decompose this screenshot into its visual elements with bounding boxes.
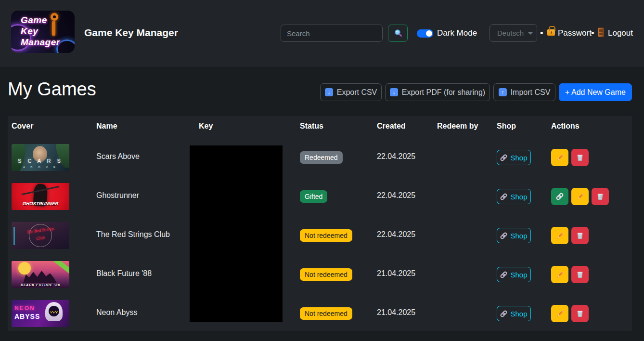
game-name: Ghostrunner — [96, 191, 139, 200]
shop-link-button[interactable]: Shop — [497, 189, 531, 204]
dark-mode-toggle[interactable] — [417, 29, 433, 38]
password-link[interactable]: Passwort — [558, 28, 592, 38]
game-name: Neon Abyss — [96, 308, 137, 317]
cover-image-black-future-88: BLACK FUTURE '88 — [12, 261, 69, 288]
upload-icon: ↑ — [499, 88, 507, 96]
delete-button[interactable] — [571, 266, 589, 283]
table-row: GHOSTRUNNER Ghostrunner Gifted 22.04.202… — [8, 177, 632, 216]
col-header-shop: Shop — [497, 122, 516, 131]
edit-button[interactable] — [551, 227, 568, 244]
add-new-game-button[interactable]: + Add New Game — [559, 83, 632, 101]
edit-button[interactable] — [571, 188, 589, 205]
trash-icon — [576, 232, 584, 239]
table-row: S C A R S A B O V E Scars Above Redeemed… — [8, 138, 632, 177]
cover-image-scars-above: S C A R S A B O V E — [12, 144, 69, 171]
col-header-key: Key — [199, 122, 213, 131]
games-table: Cover Name Key Status Created Redeem by … — [8, 116, 632, 331]
col-header-actions: Actions — [551, 122, 580, 131]
status-badge: Gifted — [300, 190, 327, 203]
game-name: Black Future '88 — [96, 269, 152, 278]
pencil-icon — [556, 310, 564, 318]
search-button[interactable] — [388, 25, 408, 42]
col-header-cover: Cover — [12, 122, 33, 131]
link-icon — [500, 193, 507, 200]
delete-button[interactable] — [571, 305, 589, 322]
created-date: 22.04.2025 — [377, 191, 415, 200]
pencil-icon — [556, 232, 564, 240]
chevron-down-icon — [528, 32, 533, 35]
logout-door-icon — [598, 27, 604, 37]
app-logo[interactable]: Game Key Manager — [11, 11, 75, 53]
search-icon — [394, 29, 402, 38]
link-icon — [500, 154, 507, 161]
col-header-created: Created — [377, 122, 406, 131]
shop-link-button[interactable]: Shop — [497, 150, 531, 165]
status-badge: Not redeemed — [300, 268, 352, 281]
edit-button[interactable] — [551, 149, 568, 166]
link-icon — [500, 310, 507, 317]
download-icon: ↓ — [325, 88, 333, 96]
game-name: Scars Above — [96, 152, 140, 161]
logout-link[interactable]: Logout — [608, 28, 633, 38]
status-badge: Not redeemed — [300, 307, 352, 320]
export-csv-button[interactable]: ↓ Export CSV — [320, 83, 382, 101]
cover-image-red-strings-club: The Red Strings Club — [12, 222, 69, 249]
created-date: 22.04.2025 — [377, 152, 415, 161]
table-row: BLACK FUTURE '88 Black Future '88 Not re… — [8, 255, 632, 294]
trash-icon — [596, 193, 604, 200]
edit-button[interactable] — [551, 266, 568, 283]
trash-icon — [576, 310, 584, 317]
link-icon — [500, 232, 507, 239]
shop-link-button[interactable]: Shop — [497, 306, 531, 321]
trash-icon — [576, 271, 584, 278]
export-pdf-button[interactable]: ↓ Export PDF (for sharing) — [385, 83, 490, 101]
pencil-icon — [556, 154, 564, 162]
created-date: 22.04.2025 — [377, 230, 415, 239]
table-row: NEON ABYSS Neon Abyss Not redeemed 21.04… — [8, 294, 632, 333]
app-title: Game Key Manager — [84, 27, 178, 39]
nav-separator-dot: • — [540, 28, 543, 39]
dark-mode-label: Dark Mode — [437, 28, 477, 38]
status-badge: Not redeemed — [300, 229, 352, 242]
logo-text: Game Key Manager — [21, 14, 60, 48]
toggle-knob — [426, 30, 432, 37]
status-badge: Redeemed — [300, 151, 343, 164]
trash-icon — [576, 154, 584, 161]
cover-image-ghostrunner: GHOSTRUNNER — [12, 183, 69, 210]
language-selected: Deutsch — [497, 29, 524, 37]
import-csv-button[interactable]: ↑ Import CSV — [493, 83, 555, 101]
table-row: The Red Strings Club The Red Strings Clu… — [8, 216, 632, 255]
link-icon — [500, 271, 507, 278]
navbar: Game Key Manager Game Key Manager Dark M… — [0, 0, 644, 67]
link-icon — [556, 193, 564, 200]
pencil-icon — [556, 271, 564, 279]
col-header-redeem-by: Redeem by — [437, 122, 478, 131]
edit-button[interactable] — [551, 305, 568, 322]
download-icon: ↓ — [390, 88, 398, 96]
gift-link-button[interactable] — [551, 188, 568, 205]
created-date: 21.04.2025 — [377, 308, 415, 317]
cover-image-neon-abyss: NEON ABYSS — [12, 300, 69, 327]
shop-link-button[interactable]: Shop — [497, 228, 531, 243]
col-header-status: Status — [300, 122, 323, 131]
lock-icon — [547, 29, 555, 36]
pencil-icon — [576, 193, 584, 201]
col-header-name: Name — [96, 122, 117, 131]
delete-button[interactable] — [571, 227, 589, 244]
redacted-key-column-overlay — [190, 145, 283, 322]
game-name: The Red Strings Club — [96, 230, 170, 239]
created-date: 21.04.2025 — [377, 269, 415, 278]
delete-button[interactable] — [571, 149, 589, 166]
language-dropdown[interactable]: Deutsch — [489, 24, 537, 42]
shop-link-button[interactable]: Shop — [497, 267, 531, 282]
table-header: Cover Name Key Status Created Redeem by … — [8, 116, 632, 138]
delete-button[interactable] — [592, 188, 609, 205]
nav-separator-dot: • — [591, 28, 594, 39]
game-key-manager-app: Game Key Manager Game Key Manager Dark M… — [0, 0, 644, 341]
search-input[interactable] — [281, 25, 383, 42]
page-title: My Games — [8, 79, 96, 100]
